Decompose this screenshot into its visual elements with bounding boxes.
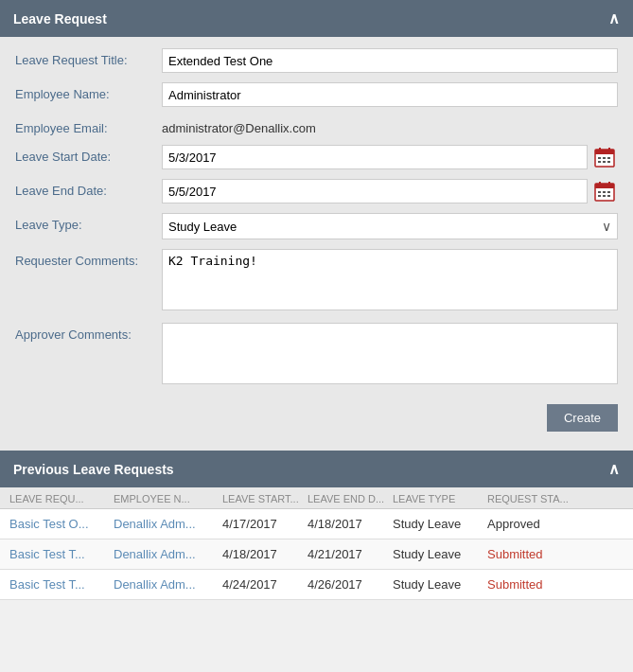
- svg-rect-1: [595, 150, 614, 154]
- employee-email-value: administrator@Denallix.com: [162, 116, 618, 135]
- col-header-type: LEAVE TYPE: [393, 493, 487, 504]
- svg-rect-8: [603, 161, 606, 163]
- row3-title[interactable]: Basic Test T...: [9, 577, 114, 592]
- row1-end: 4/18/2017: [308, 517, 393, 531]
- row1-title[interactable]: Basic Test O...: [9, 517, 114, 531]
- svg-rect-15: [603, 191, 606, 193]
- row3-type: Study Leave: [393, 577, 487, 592]
- requester-comments-label: Requester Comments:: [15, 249, 162, 268]
- svg-rect-7: [598, 161, 601, 163]
- svg-rect-19: [607, 195, 610, 197]
- employee-email-row: Employee Email: administrator@Denallix.c…: [15, 116, 618, 135]
- leave-type-row: Leave Type: Annual Leave Sick Leave Stud…: [15, 213, 618, 239]
- svg-rect-11: [595, 184, 614, 188]
- approver-comments-textarea[interactable]: [162, 323, 618, 384]
- previous-collapse-icon[interactable]: ∧: [608, 460, 620, 478]
- leave-start-date-label: Leave Start Date:: [15, 145, 162, 164]
- svg-rect-4: [598, 157, 601, 159]
- employee-name-row: Employee Name:: [15, 82, 618, 107]
- leave-start-date-row: Leave Start Date:: [15, 145, 618, 169]
- col-header-employee: EMPLOYEE N...: [114, 493, 222, 504]
- row3-start: 4/24/2017: [222, 577, 308, 592]
- leave-start-date-input[interactable]: [162, 145, 588, 169]
- table-header: LEAVE REQU... EMPLOYEE N... LEAVE START.…: [0, 487, 633, 509]
- row2-title[interactable]: Basic Test T...: [9, 547, 114, 561]
- requester-comments-field: K2 Training!: [162, 249, 618, 313]
- row1-status: Approved: [487, 517, 624, 531]
- leave-start-date-field: [162, 145, 618, 169]
- row1-start: 4/17/2017: [222, 517, 308, 531]
- leave-type-field: Annual Leave Sick Leave Study Leave Unpa…: [162, 213, 618, 239]
- table-row: Basic Test O... Denallix Adm... 4/17/201…: [0, 509, 633, 539]
- table-row: Basic Test T... Denallix Adm... 4/18/201…: [0, 539, 633, 570]
- col-header-end: LEAVE END D...: [308, 493, 393, 504]
- employee-email-label: Employee Email:: [15, 116, 162, 135]
- leave-end-date-input[interactable]: [162, 179, 588, 203]
- leave-request-title-row: Leave Request Title:: [15, 48, 618, 73]
- previous-section-header: Previous Leave Requests ∧: [0, 451, 633, 487]
- previous-leave-requests-section: Previous Leave Requests ∧ LEAVE REQU... …: [0, 451, 633, 600]
- row1-employee[interactable]: Denallix Adm...: [114, 517, 222, 531]
- requester-comments-row: Requester Comments: K2 Training!: [15, 249, 618, 313]
- collapse-icon[interactable]: ∧: [608, 9, 620, 27]
- row2-status: Submitted: [487, 547, 624, 561]
- row2-start: 4/18/2017: [222, 547, 308, 561]
- row1-type: Study Leave: [393, 517, 487, 531]
- leave-request-form: Leave Request Title: Employee Name: Empl…: [0, 37, 633, 451]
- start-date-calendar-icon[interactable]: [591, 145, 618, 169]
- col-header-status: REQUEST STA...: [487, 493, 624, 504]
- leave-request-title-label: Leave Request Title:: [15, 48, 162, 67]
- leave-type-select[interactable]: Annual Leave Sick Leave Study Leave Unpa…: [163, 214, 617, 239]
- end-date-calendar-icon[interactable]: [591, 179, 618, 203]
- employee-name-label: Employee Name:: [15, 82, 162, 101]
- row2-type: Study Leave: [393, 547, 487, 561]
- employee-name-input[interactable]: [162, 82, 618, 107]
- section-header: Leave Request ∧: [0, 0, 633, 37]
- svg-rect-5: [603, 157, 606, 159]
- previous-leave-table: LEAVE REQU... EMPLOYEE N... LEAVE START.…: [0, 487, 633, 600]
- previous-section-title: Previous Leave Requests: [13, 462, 174, 477]
- col-header-start: LEAVE START...: [222, 493, 308, 504]
- leave-request-section: Leave Request ∧ Leave Request Title: Emp…: [0, 0, 633, 451]
- employee-name-field: [162, 82, 618, 107]
- create-button[interactable]: Create: [547, 404, 618, 432]
- leave-end-date-label: Leave End Date:: [15, 179, 162, 198]
- svg-rect-16: [607, 191, 610, 193]
- leave-end-date-row: Leave End Date:: [15, 179, 618, 203]
- leave-request-title-input[interactable]: [162, 48, 618, 73]
- row3-employee[interactable]: Denallix Adm...: [114, 577, 222, 592]
- svg-rect-17: [598, 195, 601, 197]
- leave-type-label: Leave Type:: [15, 213, 162, 232]
- button-row: Create: [15, 397, 618, 435]
- row3-status: Submitted: [487, 577, 624, 592]
- row2-end: 4/21/2017: [308, 547, 393, 561]
- svg-rect-6: [607, 157, 610, 159]
- approver-comments-label: Approver Comments:: [15, 323, 162, 342]
- svg-rect-9: [607, 161, 610, 163]
- col-header-title: LEAVE REQU...: [9, 493, 114, 504]
- row3-end: 4/26/2017: [308, 577, 393, 592]
- table-row: Basic Test T... Denallix Adm... 4/24/201…: [0, 570, 633, 600]
- approver-comments-field: [162, 323, 618, 387]
- svg-rect-18: [603, 195, 606, 197]
- section-title: Leave Request: [13, 11, 107, 27]
- requester-comments-textarea[interactable]: K2 Training!: [162, 249, 618, 310]
- approver-comments-row: Approver Comments:: [15, 323, 618, 387]
- row2-employee[interactable]: Denallix Adm...: [114, 547, 222, 561]
- leave-end-date-field: [162, 179, 618, 203]
- svg-rect-14: [598, 191, 601, 193]
- leave-request-title-field: [162, 48, 618, 73]
